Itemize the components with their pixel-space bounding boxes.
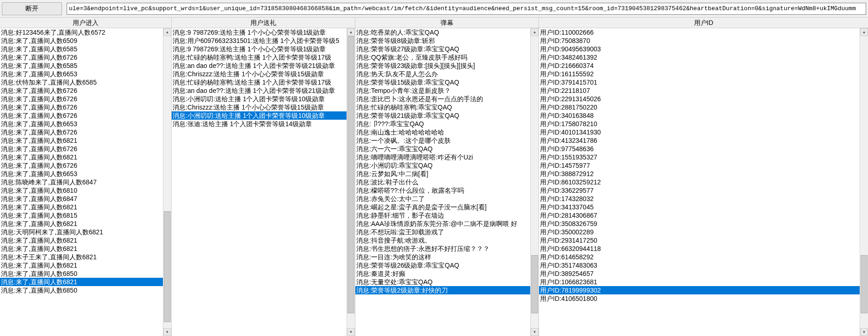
list-item[interactable]: 用户ID:66320944118 (539, 244, 860, 253)
list-item[interactable]: 消息:来了,直播间人数6821 (0, 236, 163, 244)
list-item[interactable]: 消息:天明阿柯来了,直播间人数6821 (0, 228, 163, 236)
list-item[interactable]: 消息:来了,直播间人数6653 (0, 70, 163, 78)
scroll-down-icon[interactable]: ▼ (531, 328, 539, 336)
list-item[interactable]: 用户ID:22118107 (539, 86, 860, 95)
list-item[interactable]: 消息:来了,直播间人数6726 (0, 161, 163, 170)
url-input[interactable] (67, 3, 866, 15)
list-item[interactable]: 消息:卩???:乖宝宝QAQ (355, 120, 530, 128)
list-item[interactable]: 消息:Chriszzz:送给主播 1个小心心荣誉等级15级勋章 (172, 70, 347, 78)
list-item[interactable]: 消息:荣誉等级21级勋章:乖宝宝QAQ (355, 111, 530, 120)
list-item[interactable]: 消息:不想玩啦:蛮王卸载游戏了 (355, 228, 530, 236)
list-item[interactable]: 用户ID:341337045 (539, 203, 860, 211)
list-item[interactable]: 用户ID:1758078210 (539, 120, 860, 128)
list-item[interactable]: 消息:荣誉等级8级勋章:斩邪 (355, 37, 530, 45)
scroll-thumb[interactable] (861, 255, 868, 313)
list-item[interactable]: 用户ID:3517483063 (539, 261, 860, 269)
list-item[interactable]: 用户ID:2881750220 (539, 103, 860, 111)
list-item[interactable]: 消息:忙碌的杨哇塞鸭:送给主播 1个入团卡荣誉等级17级 (172, 53, 347, 61)
list-item[interactable]: 消息:QQ紫旗:老公，至臻皮肤手感好吗 (355, 53, 530, 61)
list-item[interactable]: 消息:Chriszzz:送给主播 1个小心心荣誉等级15级勋章 (172, 103, 347, 111)
list-item[interactable]: 消息:一个凌砜。:这个是哪个皮肤 (355, 136, 530, 145)
list-item[interactable]: 消息:来了,直播间人数6821 (0, 278, 163, 286)
list-item[interactable]: 消息:波比:鞋子出什么 (355, 178, 530, 186)
list-item[interactable]: 消息:来了,直播间人数6821 (0, 220, 163, 228)
list-item[interactable]: 用户ID:977548636 (539, 145, 860, 153)
list-item[interactable]: 消息:来了,直播间人数6821 (0, 153, 163, 161)
scroll-down-icon[interactable]: ▼ (163, 328, 171, 336)
list-item[interactable]: 用户ID:78199999302 (539, 286, 860, 294)
list-item[interactable]: 消息:一目连:为啥笑的这样 (355, 253, 530, 261)
list-item[interactable]: 用户ID:350002289 (539, 228, 860, 236)
scroll-thumb[interactable] (164, 211, 171, 322)
list-item[interactable]: 消息:荣誉等级26级勋章:乖宝宝QAQ (355, 261, 530, 269)
list-item[interactable]: 用户ID:86103259212 (539, 178, 860, 186)
list-item[interactable]: 消息:来了,直播间人数6726 (0, 86, 163, 95)
scroll-up-icon[interactable]: ▲ (163, 28, 171, 36)
list-item[interactable]: 消息:小洲叨叨:送给主播 1个入团卡荣誉等级10级勋章 (172, 111, 347, 120)
list-item[interactable]: 消息:忙碌的杨哇塞鸭:乖宝宝QAQ (355, 103, 530, 111)
list-item[interactable]: 消息:来了,直播间人数6810 (0, 186, 163, 195)
list-item[interactable]: 用户ID:614658292 (539, 253, 860, 261)
list-item[interactable]: 消息:来了,直播间人数6585 (0, 45, 163, 53)
list-item[interactable]: 消息:歪比巴卜:这永恩还是有一点点的手法的 (355, 95, 530, 103)
list-item[interactable]: 用户ID:1066823681 (539, 278, 860, 286)
list-item[interactable]: 消息:来了,直播间人数6821 (0, 136, 163, 145)
scroll-up-icon[interactable]: ▲ (531, 28, 539, 36)
list-item[interactable]: 用户ID:40101341930 (539, 128, 860, 136)
list-item[interactable]: 消息:嘀哩嘀哩滴哩滴哩嗒嗒:咋还有个Uzi (355, 153, 530, 161)
list-item[interactable]: 消息:静墨轩:细节，影子在墙边 (355, 211, 530, 220)
list-item[interactable]: 消息:来了,直播间人数6726 (0, 103, 163, 111)
list-item[interactable]: 消息:来了,直播间人数6847 (0, 195, 163, 203)
list-item[interactable]: 消息:来了,直播间人数6653 (0, 120, 163, 128)
list-item[interactable]: 消息:9 7987269:送给主播 1个小心心荣誉等级1级勋章 (172, 45, 347, 53)
scrollbar-userid[interactable]: ▲ ▼ (860, 28, 868, 336)
list-item[interactable]: 用户ID:4132341786 (539, 136, 860, 145)
list-item[interactable]: 消息:来了,直播间人数6850 (0, 269, 163, 278)
list-user-gift[interactable]: 消息:9 7987269:送给主播 1个小心心荣誉等级1级勋章消息:用户6097… (172, 28, 347, 336)
list-item[interactable]: 消息:荣誉等级27级勋章:乖宝宝QAQ (355, 45, 530, 53)
scroll-up-icon[interactable]: ▲ (860, 28, 868, 36)
list-item[interactable]: 消息:来了,直播间人数6815 (0, 211, 163, 220)
list-item[interactable]: 消息:陈晓峰来了,直播间人数6847 (0, 178, 163, 186)
list-danmu[interactable]: 消息:吃香菜的人:乖宝宝QAQ消息:荣誉等级8级勋章:斩邪消息:荣誉等级27级勋… (355, 28, 530, 336)
list-item[interactable]: 消息:赤兔关公:太中二了 (355, 195, 530, 203)
list-item[interactable]: 消息:来了,直播间人数6821 (0, 203, 163, 211)
list-item[interactable]: 消息:an dao de??:送给主播 1个入团卡荣誉等级21级勋章 (172, 61, 347, 70)
list-item[interactable]: 消息:来了,直播间人数6850 (0, 286, 163, 294)
list-item[interactable]: 用户ID:75083870 (539, 37, 860, 45)
list-item[interactable]: 消息:来了,直播间人数6585 (0, 61, 163, 70)
disconnect-button[interactable]: 断开 (2, 2, 62, 15)
scroll-thumb[interactable] (531, 255, 538, 313)
list-item[interactable]: 消息:抖音搜子航:啥游戏。 (355, 236, 530, 244)
list-item[interactable]: 消息:9 7987269:送给主播 1个小心心荣誉等级1级勋章 (172, 28, 347, 37)
scroll-down-icon[interactable]: ▼ (347, 328, 355, 336)
list-item[interactable]: 消息:来了,直播间人数6509 (0, 37, 163, 45)
list-item[interactable]: 用户ID:340163848 (539, 111, 860, 120)
scroll-track[interactable] (531, 36, 539, 328)
list-item[interactable]: 用户ID:336229577 (539, 186, 860, 195)
list-item[interactable]: 消息:忙碌的杨哇塞鸭:送给主播 1个入团卡荣誉等级17级 (172, 78, 347, 86)
list-item[interactable]: 消息:来了,直播间人数6726 (0, 145, 163, 153)
list-item[interactable]: 消息:来了,直播间人数6726 (0, 128, 163, 136)
list-item[interactable]: 用户ID:161155592 (539, 70, 860, 78)
list-item[interactable]: 用户ID:216660374 (539, 61, 860, 70)
scroll-down-icon[interactable]: ▼ (860, 328, 868, 336)
list-item[interactable]: 消息:用户60976632331501:送给主播 1个入团卡荣誉等级5 (172, 37, 347, 45)
list-item[interactable]: 消息:檬嗒嗒??:什么段位，敢露名字吗 (355, 186, 530, 195)
list-item[interactable]: 用户ID:2814306867 (539, 211, 860, 220)
list-item[interactable]: 用户ID:389254657 (539, 269, 860, 278)
list-item[interactable]: 消息:好123456来了,直播间人数6572 (0, 28, 163, 37)
list-item[interactable]: 消息:书生思想的痞子:永恩好不好打压缩？？？ (355, 244, 530, 253)
list-item[interactable]: 消息:南山逸士:哈哈哈哈哈哈哈 (355, 128, 530, 136)
scrollbar-gift[interactable]: ▲ ▼ (347, 28, 355, 336)
list-item[interactable]: 消息:AAA珍珠情原奶茶东莞分茶:@中二病不是病啊喂 好 (355, 220, 530, 228)
list-item[interactable]: 消息:热天:队友不是人怎么办 (355, 70, 530, 78)
scroll-up-icon[interactable]: ▲ (347, 28, 355, 36)
list-item[interactable]: 用户ID:1551935327 (539, 153, 860, 161)
list-item[interactable]: 消息:an dao de??:送给主播 1个入团卡荣誉等级21级勋章 (172, 86, 347, 95)
scroll-thumb[interactable] (347, 36, 354, 313)
list-item[interactable]: 消息:荣誉等级15级勋章:乖宝宝QAQ (355, 78, 530, 86)
list-item[interactable]: 用户ID:3482461392 (539, 53, 860, 61)
list-item[interactable]: 消息:小洲叨叨:乖宝宝QAQ (355, 161, 530, 170)
scrollbar-enter[interactable]: ▲ ▼ (163, 28, 171, 336)
